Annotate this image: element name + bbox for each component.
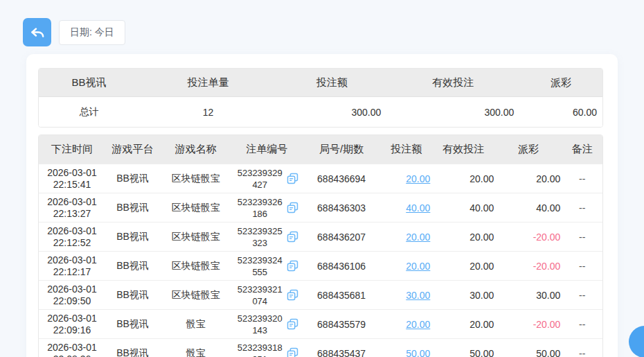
- bet-time-cell: 2026-03-01 22:09:50: [39, 280, 105, 309]
- back-button[interactable]: [23, 18, 51, 46]
- bet-time-cell: 2026-03-01 22:13:27: [39, 193, 105, 222]
- valid-bet-cell: 30.00: [431, 280, 495, 309]
- copy-order-id-button[interactable]: [287, 347, 298, 357]
- copy-icon: [287, 202, 298, 214]
- order-id-cell: 523239329 427: [231, 164, 302, 193]
- remark-cell: --: [562, 222, 602, 251]
- payout-cell: 30.00: [495, 280, 562, 309]
- bet-amount-link[interactable]: 20.00: [406, 173, 430, 184]
- copy-order-id-button[interactable]: [287, 202, 298, 214]
- table-row: 2026-03-01 22:15:41 BB视讯 区块链骰宝 523239329…: [39, 164, 602, 193]
- bet-amount-link[interactable]: 50.00: [406, 348, 430, 357]
- summary-total-payout: 60.00: [519, 97, 602, 127]
- valid-bet-cell: 40.00: [431, 193, 495, 222]
- bet-date: 2026-03-01: [39, 167, 105, 179]
- round-number-cell: 688435579: [302, 309, 381, 338]
- summary-header-payout: 派彩: [519, 69, 602, 97]
- summary-total-count: 12: [139, 97, 277, 127]
- game-name-cell: 区块链骰宝: [160, 193, 231, 222]
- report-card: BB视讯 投注单量 投注额 有效投注 派彩 总计 12 300.00 300.0…: [26, 54, 618, 357]
- bet-amount-link[interactable]: 30.00: [406, 290, 430, 301]
- bet-date: 2026-03-01: [39, 284, 105, 295]
- remark-cell: --: [562, 251, 602, 280]
- date-filter[interactable]: 日期: 今日: [59, 20, 125, 45]
- round-number-cell: 688436106: [302, 251, 381, 280]
- order-id-cell: 523239326 186: [231, 193, 302, 222]
- valid-bet-cell: 20.00: [431, 309, 495, 338]
- copy-order-id-button[interactable]: [287, 289, 298, 301]
- game-name-cell: 骰宝: [160, 309, 231, 338]
- copy-order-id-button[interactable]: [287, 231, 298, 243]
- header-valid-bet: 有效投注: [431, 135, 495, 164]
- bet-time: 22:09:16: [39, 324, 105, 336]
- summary-total-bet-amount: 300.00: [277, 97, 386, 127]
- bet-date: 2026-03-01: [39, 254, 105, 266]
- bet-time-cell: 2026-03-01 22:08:26: [39, 338, 105, 357]
- game-platform-cell: BB视讯: [105, 280, 160, 309]
- table-row: 2026-03-01 22:08:26 BB视讯 骰宝 523239318 95…: [39, 338, 602, 357]
- order-id-cell: 523239318 951: [231, 338, 302, 357]
- game-name-cell: 区块链骰宝: [160, 251, 231, 280]
- summary-table: BB视讯 投注单量 投注额 有效投注 派彩 总计 12 300.00 300.0…: [38, 68, 603, 128]
- copy-order-id-button[interactable]: [287, 318, 298, 330]
- bet-amount-cell: 40.00: [381, 193, 431, 222]
- game-platform-cell: BB视讯: [105, 164, 160, 193]
- bet-time: 22:13:27: [39, 208, 105, 220]
- summary-header-valid-bet: 有效投注: [386, 69, 519, 97]
- header-round-number: 局号/期数: [302, 135, 381, 164]
- payout-cell: 50.00: [495, 338, 562, 357]
- remark-cell: --: [562, 280, 602, 309]
- summary-header-row: BB视讯 投注单量 投注额 有效投注 派彩: [39, 69, 602, 97]
- summary-total-row: 总计 12 300.00 300.00 60.00: [39, 97, 602, 127]
- payout-cell: 20.00: [495, 164, 562, 193]
- bet-amount-cell: 20.00: [381, 222, 431, 251]
- game-platform-cell: BB视讯: [105, 222, 160, 251]
- order-id: 523239321 074: [235, 284, 285, 307]
- header-game-platform: 游戏平台: [105, 135, 160, 164]
- bet-time-cell: 2026-03-01 22:09:16: [39, 309, 105, 338]
- game-platform-cell: BB视讯: [105, 309, 160, 338]
- valid-bet-cell: 20.00: [431, 222, 495, 251]
- header-game-name: 游戏名称: [160, 135, 231, 164]
- back-arrow-icon: [29, 24, 46, 41]
- bet-amount-cell: 20.00: [381, 164, 431, 193]
- copy-icon: [287, 260, 298, 272]
- remark-cell: --: [562, 338, 602, 357]
- payout-cell: -20.00: [495, 309, 562, 338]
- round-number-cell: 688435437: [302, 338, 381, 357]
- summary-total-valid-bet: 300.00: [386, 97, 519, 127]
- bet-amount-cell: 20.00: [381, 309, 431, 338]
- bet-amount-link[interactable]: 20.00: [406, 261, 430, 272]
- payout-cell: 40.00: [495, 193, 562, 222]
- copy-order-id-button[interactable]: [287, 173, 298, 184]
- bet-amount-link[interactable]: 20.00: [406, 232, 430, 243]
- bet-time: 22:12:52: [39, 237, 105, 249]
- valid-bet-cell: 20.00: [431, 251, 495, 280]
- copy-icon: [287, 231, 298, 243]
- order-id: 523239324 555: [235, 254, 285, 278]
- summary-header-platform: BB视讯: [39, 69, 139, 97]
- bet-date: 2026-03-01: [39, 342, 105, 354]
- header-bet-amount: 投注额: [381, 135, 431, 164]
- payout-cell: -20.00: [495, 251, 562, 280]
- game-platform-cell: BB视讯: [105, 251, 160, 280]
- round-number-cell: 688435681: [302, 280, 381, 309]
- valid-bet-cell: 20.00: [431, 164, 495, 193]
- date-filter-label: 日期: 今日: [70, 26, 114, 39]
- game-platform-cell: BB视讯: [105, 193, 160, 222]
- floating-action-button[interactable]: [629, 326, 644, 357]
- summary-header-bet-amount: 投注额: [277, 69, 386, 97]
- table-row: 2026-03-01 22:13:27 BB视讯 区块链骰宝 523239326…: [39, 193, 602, 222]
- valid-bet-cell: 50.00: [431, 338, 495, 357]
- round-number-cell: 688436207: [302, 222, 381, 251]
- copy-order-id-button[interactable]: [287, 260, 298, 272]
- bet-amount-link[interactable]: 20.00: [406, 319, 430, 330]
- bet-amount-link[interactable]: 40.00: [406, 202, 430, 214]
- summary-total-label: 总计: [39, 97, 139, 127]
- table-row: 2026-03-01 22:09:50 BB视讯 区块链骰宝 523239321…: [39, 280, 602, 309]
- order-id-cell: 523239325 323: [231, 222, 302, 251]
- header-payout: 派彩: [495, 135, 562, 164]
- bet-amount-cell: 50.00: [381, 338, 431, 357]
- game-name-cell: 区块链骰宝: [160, 280, 231, 309]
- bet-date: 2026-03-01: [39, 196, 105, 208]
